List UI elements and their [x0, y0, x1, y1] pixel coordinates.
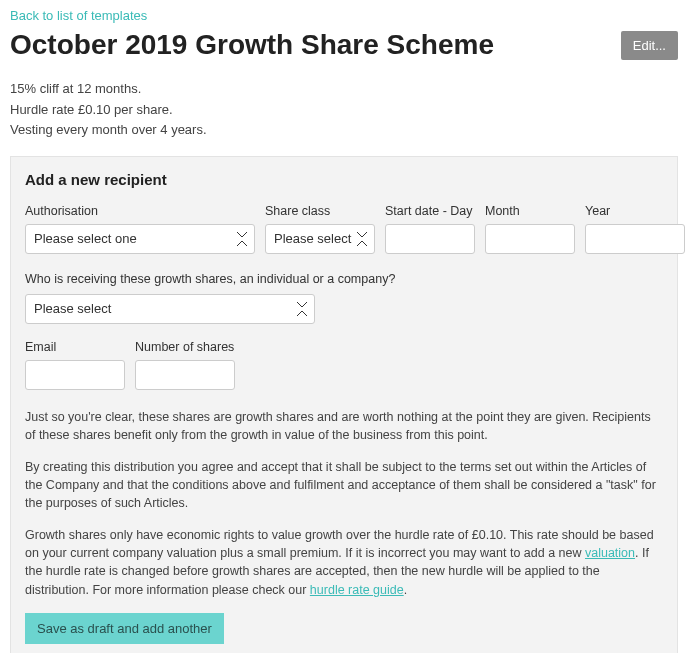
valuation-link[interactable]: valuation: [585, 546, 635, 560]
num-shares-input[interactable]: [135, 360, 235, 390]
explain-articles: By creating this distribution you agree …: [25, 458, 663, 512]
share-class-select[interactable]: Please select one: [265, 224, 375, 254]
start-month-label: Month: [485, 204, 575, 218]
email-input[interactable]: [25, 360, 125, 390]
summary-vesting: Vesting every month over 4 years.: [10, 120, 678, 140]
page-title: October 2019 Growth Share Scheme: [10, 29, 494, 61]
start-year-label: Year: [585, 204, 685, 218]
explain-hurdle: Growth shares only have economic rights …: [25, 526, 663, 599]
form-heading: Add a new recipient: [25, 171, 663, 188]
save-draft-button[interactable]: Save as draft and add another: [25, 613, 224, 644]
email-label: Email: [25, 340, 125, 354]
summary-hurdle: Hurdle rate £0.10 per share.: [10, 100, 678, 120]
share-class-label: Share class: [265, 204, 375, 218]
start-year-input[interactable]: [585, 224, 685, 254]
summary-cliff: 15% cliff at 12 months.: [10, 79, 678, 99]
edit-button[interactable]: Edit...: [621, 31, 678, 60]
recipient-type-label: Who is receiving these growth shares, an…: [25, 272, 663, 286]
explain-growth-shares: Just so you're clear, these shares are g…: [25, 408, 663, 444]
hurdle-rate-guide-link[interactable]: hurdle rate guide: [310, 583, 404, 597]
scheme-summary: 15% cliff at 12 months. Hurdle rate £0.1…: [10, 79, 678, 140]
add-recipient-panel: Add a new recipient Authorisation Please…: [10, 156, 678, 654]
authorisation-label: Authorisation: [25, 204, 255, 218]
recipient-type-select[interactable]: Please select: [25, 294, 315, 324]
back-link[interactable]: Back to list of templates: [10, 8, 147, 23]
start-day-label: Start date - Day: [385, 204, 475, 218]
authorisation-select[interactable]: Please select one: [25, 224, 255, 254]
start-month-input[interactable]: [485, 224, 575, 254]
num-shares-label: Number of shares: [135, 340, 235, 354]
start-day-input[interactable]: [385, 224, 475, 254]
